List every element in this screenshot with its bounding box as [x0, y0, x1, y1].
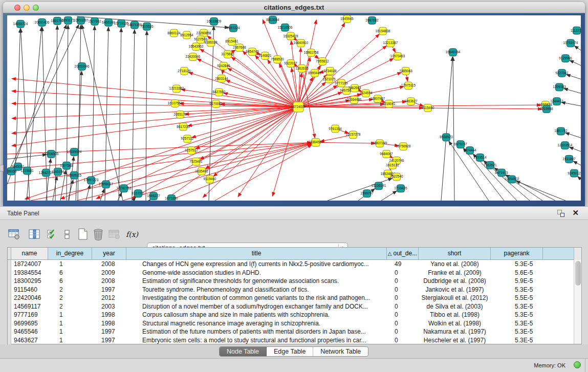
network-node[interactable]: 16154838	[376, 27, 390, 35]
network-node[interactable]: 1244413	[550, 98, 563, 105]
tab-edge-table[interactable]: Edge Table	[267, 347, 313, 356]
table-row[interactable]: 2242004622012Investigating the contribut…	[8, 294, 575, 302]
function-builder-icon[interactable]: f(x)	[125, 227, 139, 242]
network-edge[interactable]	[381, 191, 397, 201]
network-node[interactable]: 3624554	[359, 90, 373, 97]
network-edge[interactable]	[118, 192, 122, 201]
network-node[interactable]: 9761354	[329, 125, 342, 133]
network-edge[interactable]	[565, 133, 581, 138]
table-options-icon[interactable]	[7, 227, 21, 242]
network-edge[interactable]	[316, 142, 375, 143]
network-edge[interactable]	[105, 27, 108, 201]
network-edge[interactable]	[25, 107, 298, 199]
table-row[interactable]: 1830029562008Estimation of significance …	[8, 277, 575, 286]
network-node[interactable]: 10954502	[505, 176, 519, 183]
network-node[interactable]: 6466160	[102, 18, 115, 26]
network-node[interactable]: 16325419	[284, 32, 298, 40]
network-node[interactable]: 1046227	[147, 192, 160, 200]
select-rows-icon[interactable]	[45, 227, 59, 242]
network-node[interactable]: 9115460	[422, 104, 434, 112]
network-node[interactable]: 15218506	[278, 24, 293, 31]
network-node[interactable]: 12213387	[383, 39, 398, 47]
network-edge[interactable]	[7, 25, 67, 184]
column-header-pagerank[interactable]: pagerank	[491, 248, 543, 259]
column-header-in_degree[interactable]: in_degree	[48, 248, 92, 259]
network-edge[interactable]	[82, 25, 123, 201]
network-edge[interactable]	[46, 159, 51, 201]
network-node[interactable]: 9397588	[60, 162, 73, 169]
network-node[interactable]: 10958117	[99, 181, 114, 188]
network-node[interactable]: 9227341	[555, 69, 569, 77]
network-edge[interactable]	[132, 30, 135, 201]
network-node[interactable]: 20691406	[35, 18, 50, 26]
network-edge[interactable]	[564, 89, 581, 93]
network-node[interactable]: 16648784	[446, 49, 461, 56]
create-table-icon[interactable]	[76, 227, 90, 242]
network-node[interactable]: 2718126	[178, 67, 191, 75]
network-node[interactable]: 2093171	[61, 16, 75, 24]
network-node[interactable]: 1527602	[88, 17, 101, 25]
network-edge[interactable]	[205, 107, 298, 169]
scrollbar-thumb[interactable]	[575, 261, 581, 286]
network-node[interactable]: 1635402	[195, 167, 208, 175]
network-edge[interactable]	[68, 180, 73, 201]
network-node[interactable]: 1521075	[322, 75, 336, 83]
network-node[interactable]: 17359924	[67, 148, 82, 156]
column-visibility-icon[interactable]	[28, 227, 42, 242]
table-row[interactable]: 1872400712008Changes of HCN gene express…	[8, 260, 575, 269]
network-node[interactable]: 7515526	[140, 23, 154, 30]
network-node[interactable]: 8454749	[246, 48, 259, 56]
table-row[interactable]: 946554611997Estimation of the future num…	[8, 327, 575, 336]
network-edge[interactable]	[167, 107, 298, 198]
network-edge[interactable]	[123, 144, 311, 201]
network-edge[interactable]	[12, 107, 298, 134]
network-node[interactable]: 8127331	[132, 190, 145, 198]
column-header-short[interactable]: short	[419, 248, 491, 259]
network-node[interactable]: 20053346	[75, 62, 90, 70]
network-edge[interactable]	[570, 60, 581, 65]
network-node[interactable]: 1112273	[571, 27, 581, 34]
network-edge[interactable]	[441, 57, 452, 201]
vertical-scrollbar[interactable]	[574, 260, 581, 344]
network-node[interactable]: 12905115	[67, 171, 82, 179]
network-edge[interactable]	[298, 20, 316, 107]
network-node[interactable]: 14055724	[13, 20, 28, 28]
network-node[interactable]: 16107552	[168, 100, 183, 107]
network-node[interactable]: 12213382	[169, 85, 184, 93]
network-edge[interactable]	[569, 147, 581, 151]
delete-table-icon[interactable]	[91, 227, 105, 242]
network-node[interactable]: 9257112	[181, 135, 194, 143]
table-row[interactable]: 1938455462009Genome-wide association stu…	[8, 269, 575, 277]
network-node[interactable]: 2933514	[473, 154, 487, 162]
network-node[interactable]: 7588520	[271, 56, 284, 63]
network-edge[interactable]	[7, 155, 47, 159]
network-node[interactable]: 8427552	[212, 89, 226, 96]
import-table-icon-disabled[interactable]	[107, 227, 122, 242]
network-node[interactable]: 7857224	[227, 24, 240, 32]
network-node[interactable]: 10719135	[114, 19, 129, 27]
network-canvas[interactable]: 1872400719384554886012489129542226085891…	[7, 15, 581, 201]
column-header-name[interactable]: name	[11, 248, 48, 259]
network-edge[interactable]	[92, 26, 95, 201]
table-row[interactable]: 969969511998Structural magnetic resonanc…	[8, 319, 575, 328]
network-edge[interactable]	[86, 185, 90, 201]
network-node[interactable]: 9146821	[258, 52, 272, 60]
window-titlebar[interactable]: citations_edges.txt	[3, 2, 585, 13]
network-edge[interactable]	[7, 143, 311, 183]
network-node[interactable]: 15751074	[563, 39, 578, 47]
network-node[interactable]: 15136141	[372, 182, 386, 190]
table-row[interactable]: 946362711997Embryonic stem cells: a mode…	[8, 336, 575, 345]
network-edge[interactable]	[328, 178, 393, 201]
network-node[interactable]: 6216041	[382, 100, 396, 108]
network-node[interactable]: 9474444	[463, 147, 476, 155]
network-node[interactable]: 9684067	[380, 150, 393, 158]
network-node[interactable]: 1881702	[554, 127, 568, 135]
network-node[interactable]: 8860124	[167, 29, 181, 37]
network-node[interactable]: 12103514	[558, 142, 573, 149]
network-node[interactable]: 8990448	[308, 69, 321, 77]
column-header-title[interactable]: title	[126, 248, 387, 259]
network-edge[interactable]	[574, 46, 581, 51]
network-node[interactable]: 18807249	[373, 140, 387, 147]
network-edge[interactable]	[578, 177, 581, 180]
network-edge[interactable]	[453, 57, 454, 201]
